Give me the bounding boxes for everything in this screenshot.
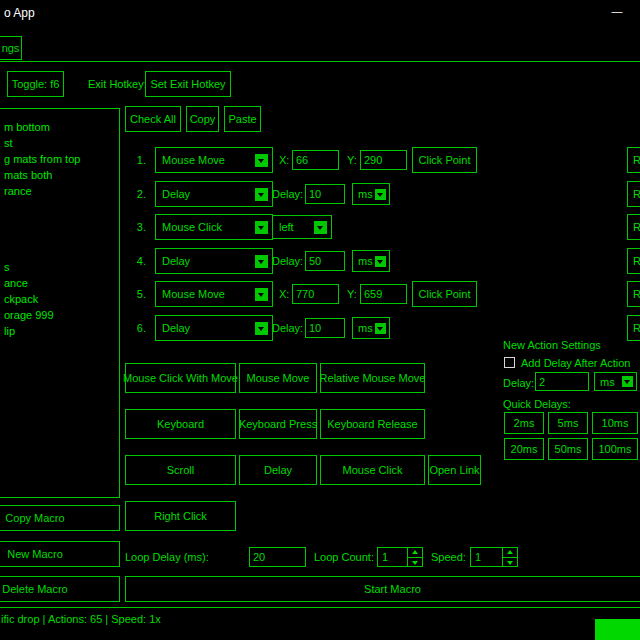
add-relative-mouse-move-button[interactable]: Relative Mouse Move [320, 363, 425, 393]
dropdown-arrow-icon[interactable] [255, 188, 268, 201]
action-row: 6. Delay Delay: ms R [0, 315, 640, 341]
action-number: 1. [128, 154, 146, 166]
dropdown-arrow-icon[interactable] [255, 154, 268, 167]
add-delay-after-action-checkbox[interactable] [504, 357, 515, 368]
action-type-value: Mouse Click [162, 221, 255, 233]
macro-list-item[interactable]: m bottom [4, 121, 50, 135]
spinner-up-icon[interactable] [408, 548, 422, 557]
copy-actions-button[interactable]: Copy [186, 106, 219, 132]
mouse-button-value: left [279, 221, 314, 233]
add-scroll-button[interactable]: Scroll [125, 455, 236, 485]
action-row: 1. Mouse Move X: Y: Click Point R [0, 147, 640, 173]
dropdown-arrow-icon[interactable] [314, 221, 327, 234]
add-right-click-button[interactable]: Right Click [125, 501, 236, 531]
quick-delay-5ms-button[interactable]: 5ms [548, 412, 588, 434]
dropdown-arrow-icon[interactable] [255, 221, 268, 234]
quick-delays-label: Quick Delays: [503, 398, 571, 410]
x-label: X: [279, 154, 289, 166]
add-mouse-click-with-move-button[interactable]: Mouse Click With Move [125, 363, 236, 393]
action-number: 3. [128, 221, 146, 233]
y-input[interactable] [360, 150, 407, 170]
minimize-button[interactable]: — [602, 5, 632, 17]
add-delay-after-action-label: Add Delay After Action [521, 357, 630, 369]
dropdown-arrow-icon[interactable] [375, 256, 386, 267]
add-keyboard-press-button[interactable]: Keyboard Press [239, 409, 317, 439]
action-row: 5. Mouse Move X: Y: Click Point R [0, 281, 640, 307]
tabstrip-divider [0, 61, 640, 62]
paste-actions-button[interactable]: Paste [224, 106, 261, 132]
new-action-delay-label: Delay: [503, 377, 534, 389]
x-input[interactable] [292, 284, 339, 304]
delete-macro-button[interactable]: Delete Macro [0, 576, 120, 602]
delay-label: Delay: [272, 255, 303, 267]
click-point-button[interactable]: Click Point [412, 147, 477, 173]
action-type-dropdown[interactable]: Delay [155, 248, 273, 274]
spinner-up-icon[interactable] [503, 548, 517, 557]
action-type-dropdown[interactable]: Delay [155, 181, 273, 207]
quick-delay-100ms-button[interactable]: 100ms [592, 438, 638, 460]
mouse-button-dropdown[interactable]: left [272, 215, 332, 239]
delay-input[interactable] [305, 184, 345, 204]
delay-unit-value: ms [358, 255, 375, 267]
remove-button[interactable]: R [627, 315, 640, 341]
speed-label: Speed: [431, 551, 466, 563]
action-type-dropdown[interactable]: Mouse Click [155, 214, 273, 240]
remove-button[interactable]: R [627, 214, 640, 240]
dropdown-arrow-icon[interactable] [375, 189, 386, 200]
quick-delay-50ms-button[interactable]: 50ms [548, 438, 588, 460]
tab-settings[interactable]: ngs [0, 36, 22, 60]
action-number: 4. [128, 255, 146, 267]
check-all-button[interactable]: Check All [125, 106, 181, 132]
add-keyboard-release-button[interactable]: Keyboard Release [320, 409, 425, 439]
set-exit-hotkey-button[interactable]: Set Exit Hotkey [145, 71, 231, 97]
window-title: o App [4, 6, 35, 20]
speed-spinner[interactable]: 1 [470, 547, 518, 567]
spinner-down-icon[interactable] [503, 557, 517, 567]
delay-input[interactable] [305, 251, 345, 271]
add-mouse-move-button[interactable]: Mouse Move [239, 363, 317, 393]
new-macro-button[interactable]: New Macro [0, 541, 120, 567]
remove-button[interactable]: R [627, 281, 640, 307]
dropdown-arrow-icon[interactable] [255, 322, 268, 335]
click-point-button[interactable]: Click Point [412, 281, 477, 307]
statusbar-resize-grip[interactable] [595, 619, 640, 640]
x-label: X: [279, 288, 289, 300]
new-action-delay-input[interactable] [535, 372, 589, 391]
dropdown-arrow-icon[interactable] [375, 323, 386, 334]
quick-delay-10ms-button[interactable]: 10ms [592, 412, 638, 434]
quick-delay-2ms-button[interactable]: 2ms [504, 412, 544, 434]
dropdown-arrow-icon[interactable] [622, 376, 633, 387]
action-number: 6. [128, 322, 146, 334]
delay-unit-dropdown[interactable]: ms [352, 183, 390, 205]
dropdown-arrow-icon[interactable] [255, 288, 268, 301]
remove-button[interactable]: R [627, 248, 640, 274]
action-type-dropdown[interactable]: Mouse Move [155, 281, 273, 307]
action-type-value: Delay [162, 188, 255, 200]
add-mouse-click-button[interactable]: Mouse Click [320, 455, 425, 485]
new-action-delay-unit-dropdown[interactable]: ms [594, 372, 637, 391]
toggle-hotkey-button[interactable]: Toggle: f6 [7, 71, 64, 97]
start-macro-button[interactable]: Start Macro [125, 576, 640, 602]
remove-button[interactable]: R [627, 147, 640, 173]
quick-delay-20ms-button[interactable]: 20ms [504, 438, 544, 460]
add-delay-button[interactable]: Delay [239, 455, 317, 485]
dropdown-arrow-icon[interactable] [255, 255, 268, 268]
spinner-down-icon[interactable] [408, 557, 422, 567]
spinner-buttons [407, 548, 422, 566]
action-type-value: Mouse Move [162, 288, 255, 300]
loop-count-spinner[interactable]: 1 [377, 547, 423, 567]
loop-count-value: 1 [378, 548, 407, 566]
delay-unit-dropdown[interactable]: ms [352, 250, 390, 272]
y-input[interactable] [360, 284, 407, 304]
x-input[interactable] [292, 150, 339, 170]
delay-unit-dropdown[interactable]: ms [352, 317, 390, 339]
add-keyboard-button[interactable]: Keyboard [125, 409, 236, 439]
action-row: 3. Mouse Click left R [0, 214, 640, 240]
delay-input[interactable] [305, 318, 345, 338]
action-type-dropdown[interactable]: Delay [155, 315, 273, 341]
action-type-dropdown[interactable]: Mouse Move [155, 147, 273, 173]
loop-delay-input[interactable] [249, 547, 306, 567]
copy-macro-button[interactable]: Copy Macro [0, 505, 120, 531]
add-open-link-button[interactable]: Open Link [428, 455, 481, 485]
remove-button[interactable]: R [627, 181, 640, 207]
